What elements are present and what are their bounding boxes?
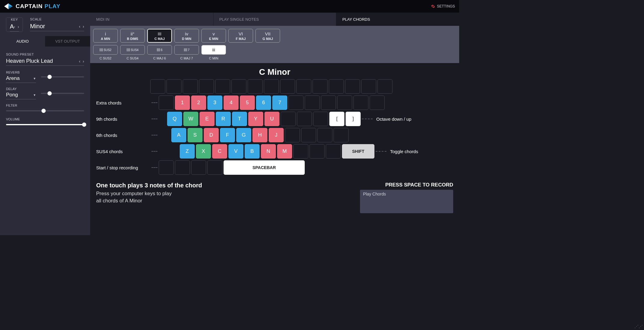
tab-vst-output[interactable]: VST OUTPUT [45,36,90,47]
key-empty [317,128,332,142]
key-A[interactable]: A [171,128,186,142]
tab-play-chords[interactable]: PLAY CHORDS [336,13,459,26]
key-2[interactable]: 2 [191,95,206,110]
key-empty [280,79,295,94]
preset-next-icon[interactable]: › [83,59,84,64]
chord-degree-1[interactable]: ii°B DIM5 [120,29,145,43]
key-G[interactable]: G [236,128,251,142]
label-octave: Octave down / up [376,117,411,122]
volume-slider[interactable] [6,124,84,125]
chord-ext-0[interactable]: IIISUS2 [93,45,118,55]
key-6[interactable]: 6 [256,95,271,110]
key-empty [264,79,279,94]
key-N[interactable]: N [261,144,276,159]
scale-value[interactable]: Minor [30,23,45,30]
filter-slider[interactable] [6,110,84,111]
reverb-select[interactable]: Arena▼ [6,75,36,83]
reverb-slider[interactable] [41,76,84,77]
svg-marker-1 [8,3,13,6]
key-empty [301,128,316,142]
chord-degree-3[interactable]: ivD MIN [174,29,199,43]
key-empty [305,95,320,110]
key-V[interactable]: V [228,144,243,159]
key-3[interactable]: 3 [207,95,222,110]
chord-ext-1[interactable]: IIISUS4 [120,45,145,55]
key-4[interactable]: 4 [224,95,239,110]
key-empty [166,79,182,94]
chord-degree-5[interactable]: VIF MAJ [228,29,253,43]
key-Z[interactable]: Z [180,144,195,159]
chord-ext-3[interactable]: III7 [174,45,199,55]
delay-select[interactable]: Pong▼ [6,92,36,99]
key-1[interactable]: 1 [175,95,190,110]
key-7[interactable]: 7 [272,95,287,110]
key-5[interactable]: 5 [240,95,255,110]
chevron-down-icon: ▼ [33,93,36,97]
key-H[interactable]: H [252,128,267,142]
svg-marker-0 [4,3,8,9]
recording-box[interactable]: Play Chords [360,190,453,213]
key-empty [175,160,190,175]
key-prev-icon[interactable]: ‹ [14,24,15,29]
row-label-extra: Extra chords [96,100,150,105]
key-empty [215,79,230,94]
key-J[interactable]: J [269,128,284,142]
key-empty [150,79,165,94]
key-F[interactable]: F [220,128,235,142]
record-title: PRESS SPACE TO RECORD [360,182,453,188]
delay-slider[interactable] [41,93,84,94]
key-spacebar[interactable]: SPACEBAR [224,160,305,175]
key-Q[interactable]: Q [167,112,182,126]
scale-next-icon[interactable]: › [83,24,84,29]
key-S[interactable]: S [188,128,203,142]
key-label: KEY [11,18,18,21]
svg-marker-2 [8,6,13,9]
key-bracket-close[interactable]: ] [346,112,361,126]
tab-audio[interactable]: AUDIO [0,36,45,47]
chord-degree-2[interactable]: IIIC MAJ [147,29,172,43]
key-R[interactable]: R [216,112,231,126]
key-empty [288,95,304,110]
key-empty [296,79,311,94]
key-next-icon[interactable]: › [18,24,19,29]
key-B[interactable]: B [245,144,260,159]
tab-midi-in[interactable]: MIDI IN [90,13,213,26]
key-D[interactable]: D [204,128,219,142]
settings-button[interactable]: SETTINGS [431,4,455,8]
key-Y[interactable]: Y [248,112,263,126]
instruction-line2: all chords of A Minor [96,197,202,204]
key-empty [293,144,308,159]
chord-selector-panel: iA MINii°B DIM5IIIC MAJivD MINvE MINVIF … [90,26,459,63]
row-label-recording: Start / stop recording [96,165,150,170]
chord-ext-4[interactable]: iii [201,45,226,55]
key-E[interactable]: E [200,112,215,126]
chord-degree-0[interactable]: iA MIN [93,29,118,43]
label-toggle-chords: Toggle chords [390,149,418,154]
key-empty [159,160,174,175]
preset-value[interactable]: Heaven Pluck Lead [6,58,53,64]
key-shift[interactable]: SHIFT [342,144,374,159]
key-empty [353,95,368,110]
brand: CAPTAIN PLAY [4,3,60,10]
key-U[interactable]: U [264,112,279,126]
settings-label: SETTINGS [437,4,455,8]
preset-prev-icon[interactable]: ‹ [79,59,81,64]
key-M[interactable]: M [277,144,292,159]
brand-captain: CAPTAIN [16,3,43,9]
preset-label: SOUND PRESET [6,53,84,56]
scale-prev-icon[interactable]: ‹ [79,24,81,29]
key-C[interactable]: C [212,144,227,159]
gear-icon [431,4,435,8]
key-empty [297,112,312,126]
key-X[interactable]: X [196,144,211,159]
chord-degree-6[interactable]: VIIG MAJ [255,29,280,43]
key-W[interactable]: W [183,112,198,126]
key-T[interactable]: T [232,112,247,126]
key-bracket-open[interactable]: [ [329,112,344,126]
logo-icon [4,3,13,10]
chord-degree-4[interactable]: vE MIN [201,29,226,43]
tab-play-single-notes[interactable]: PLAY SINGLE NOTES [213,13,336,26]
key-value[interactable]: A [10,23,14,30]
key-empty [285,128,300,142]
chord-ext-2[interactable]: III6 [147,45,172,55]
